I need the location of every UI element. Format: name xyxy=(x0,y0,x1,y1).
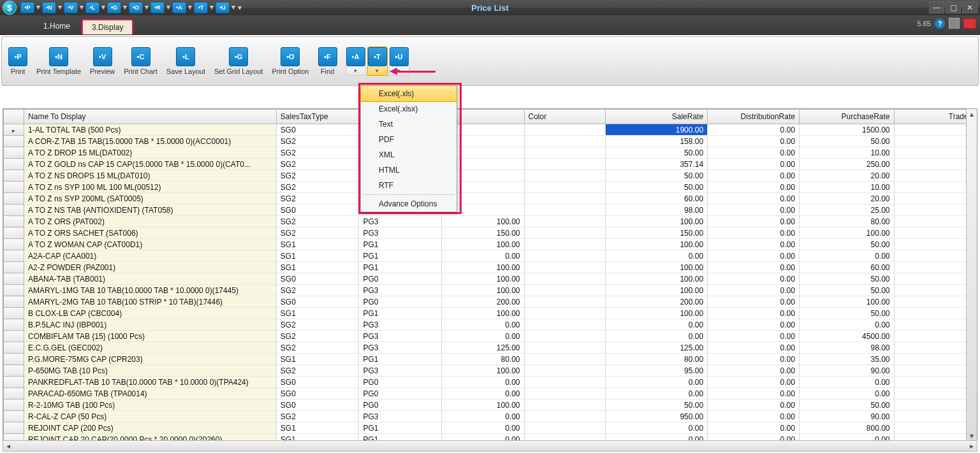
table-row[interactable]: A TO Z NS TAB {ANTIOXIDENT} (TAT058)SG0P… xyxy=(4,205,978,216)
cell-sr[interactable]: 150.00 xyxy=(605,227,707,239)
cell-ptt[interactable]: PG3 xyxy=(359,342,442,354)
cell-x1[interactable]: 200.00 xyxy=(441,296,524,308)
cell-tr[interactable]: 0.00 xyxy=(894,354,977,365)
qat-button-0[interactable]: •P xyxy=(20,2,34,13)
cell-name[interactable]: A TO Z ORS (PAT002) xyxy=(24,216,277,227)
ribbon-print-template[interactable]: •NPrint Template xyxy=(36,47,81,75)
cell-ptt[interactable]: PG0 xyxy=(359,377,442,388)
table-row[interactable]: A TO Z NS DROPS 15 ML(DAT010)SG2PG350.00… xyxy=(4,170,978,182)
cell-ptt[interactable]: PG3 xyxy=(359,411,442,422)
cell-sr[interactable]: 0.00 xyxy=(605,422,707,434)
cell-name[interactable]: P-650MG TAB (10 Pcs) xyxy=(24,365,277,377)
qat-split-3[interactable]: ▾ xyxy=(101,2,106,12)
cell-stt[interactable]: SG0 xyxy=(276,273,359,285)
cell-stt[interactable]: SG2 xyxy=(276,411,359,422)
cell-color[interactable] xyxy=(524,411,605,422)
cell-pr[interactable]: 250.00 xyxy=(799,159,894,170)
cell-dr[interactable]: 0.00 xyxy=(708,239,800,250)
cell-x1[interactable]: 0.00 xyxy=(441,411,524,422)
close-button[interactable]: ✕ xyxy=(962,2,977,13)
cell-pr[interactable]: 90.00 xyxy=(799,411,894,422)
cell-dr[interactable]: 0.00 xyxy=(708,354,800,365)
cell-stt[interactable]: SG2 xyxy=(276,216,359,227)
cell-name[interactable]: R-CAL-Z CAP (50 Pcs) xyxy=(24,411,277,422)
cell-stt[interactable]: SG2 xyxy=(276,365,359,377)
cell-dr[interactable]: 0.00 xyxy=(708,399,800,411)
data-grid[interactable]: Name To DisplaySalesTaxTypePurchaseTaxTy… xyxy=(3,108,977,442)
scroll-down-icon[interactable]: ▾ xyxy=(967,431,977,441)
cell-dr[interactable]: 0.00 xyxy=(708,250,800,262)
cell-dr[interactable]: 0.00 xyxy=(708,285,800,296)
cell-stt[interactable]: SG1 xyxy=(276,262,359,273)
cell-x1[interactable]: 100.00 xyxy=(441,239,524,250)
table-row[interactable]: P.G.MORE-75MG CAP (CPR203)SG1PG180.0080.… xyxy=(4,354,978,365)
cell-color[interactable] xyxy=(524,365,605,377)
cell-sr[interactable]: 100.00 xyxy=(605,262,707,273)
cell-tr[interactable]: 0.00 xyxy=(894,124,977,136)
ribbon-small-2[interactable]: •U▾ xyxy=(390,47,409,76)
cell-stt[interactable]: SG2 xyxy=(276,170,359,182)
cell-x1[interactable]: 0.00 xyxy=(441,388,524,399)
cell-sr[interactable]: 950.00 xyxy=(605,411,707,422)
cell-sr[interactable]: 100.00 xyxy=(605,285,707,296)
cell-name[interactable]: A COR-Z TAB 15 TAB(15.0000 TAB * 15.0000… xyxy=(24,136,277,147)
cell-name[interactable]: E.C.G.GEL (GEC002) xyxy=(24,342,277,354)
cell-pr[interactable]: 50.00 xyxy=(799,136,894,147)
cell-name[interactable]: A2-Z POWDER (PAZ001) xyxy=(24,262,277,273)
cell-pr[interactable]: 90.00 xyxy=(799,365,894,377)
cell-stt[interactable]: SG2 xyxy=(276,285,359,296)
cell-dr[interactable]: 0.00 xyxy=(708,227,800,239)
cell-tr[interactable]: 0.00 xyxy=(894,170,977,182)
cell-color[interactable] xyxy=(524,136,605,147)
cell-color[interactable] xyxy=(524,147,605,159)
table-row[interactable]: PARACAD-650MG TAB (TPA0014)SG0PG00.000.0… xyxy=(4,388,978,399)
cell-dr[interactable]: 0.00 xyxy=(708,308,800,319)
cell-tr[interactable]: 0.00 xyxy=(894,182,977,193)
cell-tr[interactable]: 0.00 xyxy=(894,136,977,147)
cell-dr[interactable]: 0.00 xyxy=(708,205,800,216)
table-row[interactable]: B.P.5LAC INJ (IBP001)SG2PG30.000.000.000… xyxy=(4,319,978,331)
cell-color[interactable] xyxy=(524,216,605,227)
cell-stt[interactable]: SG0 xyxy=(276,124,359,136)
cell-sr[interactable]: 100.00 xyxy=(605,216,707,227)
cell-pr[interactable]: 20.00 xyxy=(799,193,894,205)
table-row[interactable]: E.C.G.GEL (GEC002)SG2PG3125.00125.000.00… xyxy=(4,342,978,354)
tab-3display[interactable]: 3.Display xyxy=(82,19,133,34)
cell-stt[interactable]: SG2 xyxy=(276,331,359,342)
table-row[interactable]: A TO Z GOLD ns CAP 15 CAP(15.0000 TAB * … xyxy=(4,159,978,170)
cell-tr[interactable]: 0.00 xyxy=(894,159,977,170)
cell-name[interactable]: A TO Z NS TAB {ANTIOXIDENT} (TAT058) xyxy=(24,205,277,216)
export-option-rtf[interactable]: RTF xyxy=(361,178,457,193)
cell-color[interactable] xyxy=(524,296,605,308)
cell-pr[interactable]: 10.00 xyxy=(799,182,894,193)
cell-color[interactable] xyxy=(524,170,605,182)
cell-color[interactable] xyxy=(524,193,605,205)
cell-dr[interactable]: 0.00 xyxy=(708,193,800,205)
cell-ptt[interactable]: PG3 xyxy=(359,331,442,342)
cell-name[interactable]: PANKREDFLAT-TAB 10 TAB(10.0000 TAB * 10.… xyxy=(24,377,277,388)
table-row[interactable]: AMARYL-1MG TAB 10 TAB(10.0000 TAB * 10.0… xyxy=(4,285,978,296)
cell-pr[interactable]: 1500.00 xyxy=(799,124,894,136)
cell-x1[interactable]: 125.00 xyxy=(441,342,524,354)
cell-tr[interactable]: 0.00 xyxy=(894,365,977,377)
cell-stt[interactable]: SG1 xyxy=(276,250,359,262)
cell-sr[interactable]: 1900.00 xyxy=(605,124,707,136)
cell-sr[interactable]: 100.00 xyxy=(605,308,707,319)
cell-color[interactable] xyxy=(524,342,605,354)
cell-name[interactable]: A TO Z DROP 15 ML(DAT002) xyxy=(24,147,277,159)
cell-dr[interactable]: 0.00 xyxy=(708,273,800,285)
cell-sr[interactable]: 80.00 xyxy=(605,354,707,365)
cell-pr[interactable]: 98.00 xyxy=(799,342,894,354)
cell-x1[interactable]: 100.00 xyxy=(441,273,524,285)
cell-dr[interactable]: 0.00 xyxy=(708,182,800,193)
cell-x1[interactable]: 0.00 xyxy=(441,377,524,388)
cell-ptt[interactable]: PG1 xyxy=(359,422,442,434)
cell-sr[interactable]: 0.00 xyxy=(605,250,707,262)
table-row[interactable]: A TO Z ns SYP 100 ML 100 ML(00512)SG2PG3… xyxy=(4,182,978,193)
cell-tr[interactable]: 0.00 xyxy=(894,296,977,308)
table-row[interactable]: A TO Z ns SYP 200ML (SAT0005)SG2PG360.00… xyxy=(4,193,978,205)
cell-stt[interactable]: SG0 xyxy=(276,205,359,216)
table-row[interactable]: COMBIFLAM TAB {15} (1000 Pcs)SG2PG30.000… xyxy=(4,331,978,342)
cell-sr[interactable]: 95.00 xyxy=(605,365,707,377)
cell-stt[interactable]: SG2 xyxy=(276,193,359,205)
